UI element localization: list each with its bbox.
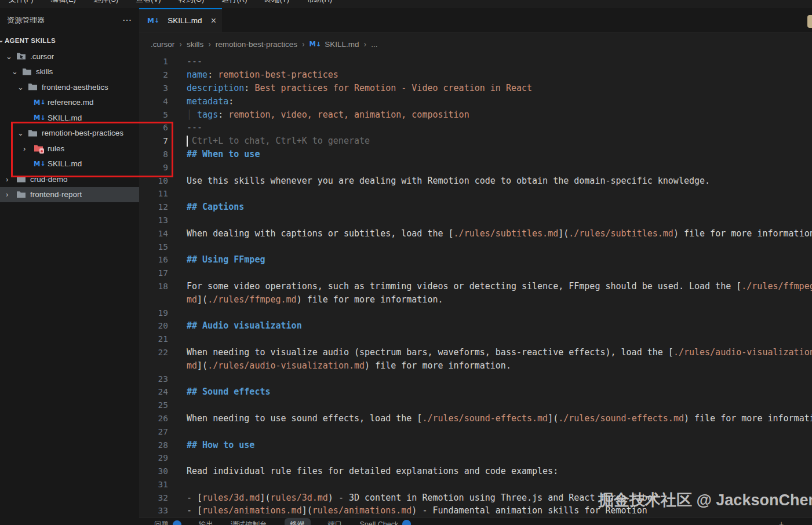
code-token: ## Using FFmpeg	[187, 254, 265, 265]
breadcrumb-label: remotion-best-practices	[216, 40, 297, 49]
more-actions-icon[interactable]: ⋯	[122, 14, 132, 25]
panel-plus-icon[interactable]: +	[779, 519, 784, 525]
code-line-content[interactable]: - [rules/3d.md](rules/3d.md) - 3D conten…	[187, 493, 812, 503]
tree-item-label: frontend-aesthetics	[42, 83, 108, 92]
code-token: ## Audio visualization	[187, 320, 302, 331]
code-editor[interactable]: 1---2name: remotion-best-practices3descr…	[139, 55, 812, 517]
panel-tab-bar: 问题输出调试控制台终端端口Spell Check +	[139, 517, 812, 525]
code-line-content[interactable]: metadata:	[187, 96, 812, 107]
tree-item-frontend-report[interactable]: ›frontend-report	[0, 187, 139, 203]
code-token: ./rules/audio-visualization.	[673, 347, 812, 358]
code-token: ./rules/audio-visualization.md	[207, 360, 365, 371]
code-token: description	[187, 83, 244, 93]
menu-item-3[interactable]: 选择(S)	[85, 0, 127, 8]
panel-tab-label: 调试控制台	[231, 520, 267, 525]
section-header-agent-skills[interactable]: ⌄ AGENT SKILLS	[0, 32, 139, 49]
code-line-content[interactable]: description: Best practices for Remotion…	[187, 83, 812, 93]
markdown-icon: M↓	[147, 17, 159, 25]
tree-item-skills[interactable]: ⌄skills	[0, 64, 139, 80]
breadcrumb-item-1[interactable]: .cursor	[151, 40, 174, 49]
code-line-content[interactable]: name: remotion-best-practices	[187, 70, 812, 80]
folder-icon	[22, 67, 32, 76]
code-line-wrap: md](./rules/ffmpeg.md) file for more inf…	[139, 293, 812, 306]
code-line-content[interactable]: Read individual rule files for detailed …	[187, 466, 812, 476]
line-number: 4	[139, 97, 187, 106]
code-line-content[interactable]: ---	[187, 56, 812, 67]
code-line-content[interactable]: ## When to use	[187, 149, 812, 159]
breadcrumb-item-4[interactable]: M↓SKILL.md	[309, 40, 359, 49]
markdown-icon: M↓	[309, 40, 322, 48]
tree-item-label: rules	[48, 144, 64, 153]
line-number: 27	[139, 427, 187, 436]
code-line-content[interactable]: md](./rules/audio-visualization.md) file…	[187, 360, 812, 371]
tree-item-skill-md[interactable]: M↓SKILL.md	[0, 110, 139, 126]
code-token: ](	[558, 228, 569, 239]
breadcrumb-item-2[interactable]: skills	[187, 40, 203, 49]
panel-tab-6[interactable]: Spell Check	[360, 520, 412, 525]
code-line-content[interactable]: md](./rules/ffmpeg.md) file for more inf…	[187, 294, 812, 305]
tree-item-crud-demo[interactable]: ›crud-demo	[0, 172, 139, 187]
code-line-content[interactable]: ## Audio visualization	[187, 320, 812, 331]
menu-item-6[interactable]: 运行(R)	[213, 0, 256, 8]
tree-item--cursor[interactable]: ⌄.cursor	[0, 49, 139, 64]
panel-tab-4[interactable]: 终端	[285, 518, 311, 525]
code-token: ./rules/ffmpeg.md	[207, 294, 297, 305]
tree-item-frontend-aesthetics[interactable]: ⌄frontend-aesthetics	[0, 79, 139, 95]
menu-item-2[interactable]: 编辑(E)	[42, 0, 85, 8]
markdown-letter: M	[34, 99, 40, 107]
panel-tab-5[interactable]: 端口	[328, 520, 343, 525]
menu-item-4[interactable]: 查看(V)	[127, 0, 169, 8]
code-token: ./rules/sound-effects.md	[422, 413, 548, 424]
close-icon[interactable]: ×	[206, 16, 216, 26]
code-token: ## Sound effects	[187, 387, 271, 397]
breadcrumb-item-3[interactable]: remotion-best-practices	[216, 40, 297, 49]
panel-tab-3[interactable]: 调试控制台	[231, 520, 267, 525]
code-line-content[interactable]: When needing to visualize audio (spectru…	[187, 347, 812, 358]
code-token: ./rules/ffmpeg.	[741, 281, 812, 291]
panel-tab-1[interactable]: 问题	[154, 520, 181, 525]
code-token: ## How to use	[187, 440, 254, 450]
tab-skill-md[interactable]: M↓ SKILL.md ×	[139, 8, 222, 32]
menu-item-8[interactable]: 帮助(H)	[298, 0, 341, 8]
tree-item-rules[interactable]: ›rules	[0, 141, 139, 156]
code-line-content[interactable]: ## How to use	[187, 440, 812, 450]
code-line-content[interactable]: When needing to use sound effects, load …	[187, 413, 812, 424]
code-line-content[interactable]: When dealing with captions or subtitles,…	[187, 228, 812, 239]
breadcrumb-item-5[interactable]: ...	[371, 40, 377, 49]
panel-tab-label: 端口	[328, 520, 343, 525]
menu-item-5[interactable]: 转到(G)	[170, 0, 213, 8]
code-line-6: 6---	[139, 121, 812, 134]
code-token: rules/3d.md	[202, 493, 260, 503]
code-line-content[interactable]: ## Using FFmpeg	[187, 254, 812, 265]
code-token: ](	[197, 360, 207, 371]
code-line-content[interactable]: Ctrl+L to chat, Ctrl+K to generate	[187, 136, 812, 147]
code-token: When needing to visualize audio (spectru…	[187, 347, 673, 358]
code-line-content[interactable]: ## Sound effects	[187, 387, 812, 397]
code-line-content[interactable]: Use this skills whenever you are dealing…	[187, 176, 812, 186]
panel-tab-2[interactable]: 输出	[199, 520, 213, 525]
code-line-content[interactable]: For some video operations, such as trimm…	[187, 281, 812, 291]
tree-item-reference-md[interactable]: M↓reference.md	[0, 95, 139, 111]
section-chevron-icon: ⌄	[0, 37, 4, 44]
code-line-10: 10Use this skills whenever you are deali…	[139, 174, 812, 187]
markdown-icon: M↓	[34, 159, 43, 169]
code-line-content[interactable]: │ tags: remotion, video, react, animatio…	[187, 110, 812, 120]
panel-tab-label: 终端	[290, 520, 305, 525]
line-number: 15	[139, 242, 187, 251]
code-line-content[interactable]: - [rules/animations.md](rules/animations…	[187, 505, 812, 516]
breadcrumb-label: skills	[187, 40, 203, 49]
file-tree: ⌄.cursor⌄skills⌄frontend-aestheticsM↓ref…	[0, 49, 139, 202]
folder-icon	[16, 190, 26, 199]
tree-item-skill-md[interactable]: M↓SKILL.md	[0, 156, 139, 172]
code-line-content[interactable]: ---	[187, 122, 812, 133]
line-number: 31	[139, 480, 187, 489]
code-line-28: 28## How to use	[139, 438, 812, 451]
code-token: :	[244, 83, 254, 93]
editor-actions-icon[interactable]	[807, 15, 812, 28]
markdown-letter: M	[309, 40, 316, 48]
menu-item-7[interactable]: 终端(T)	[256, 0, 298, 8]
code-line-25: 25	[139, 399, 812, 412]
code-line-content[interactable]: ## Captions	[187, 202, 812, 212]
tree-item-remotion-best-practices[interactable]: ⌄remotion-best-practices	[0, 126, 139, 141]
menu-item-1[interactable]: 文件(F)	[0, 0, 42, 8]
